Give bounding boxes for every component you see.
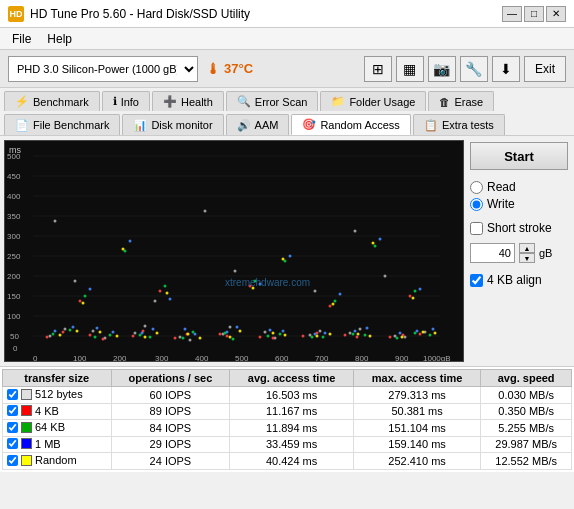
row-label-cell: 512 bytes	[3, 387, 112, 404]
close-button[interactable]: ✕	[546, 6, 566, 22]
tab-folder-usage[interactable]: 📁 Folder Usage	[320, 91, 426, 111]
chart-svg: ms 500 450 400 350 300 250 200 150 100 5…	[4, 140, 464, 362]
align-label[interactable]: 4 KB align	[470, 273, 568, 287]
stroke-up-button[interactable]: ▲	[519, 243, 535, 253]
svg-point-119	[169, 298, 172, 301]
title-bar: HD HD Tune Pro 5.60 - Hard Disk/SSD Util…	[0, 0, 574, 28]
svg-text:800: 800	[355, 354, 369, 362]
svg-point-146	[166, 292, 169, 295]
start-button[interactable]: Start	[470, 142, 568, 170]
svg-point-113	[236, 326, 239, 329]
svg-point-118	[89, 288, 92, 291]
table-header-row: transfer size operations / sec avg. acce…	[3, 370, 572, 387]
icon-btn-4[interactable]: 🔧	[460, 56, 488, 82]
svg-point-143	[369, 335, 372, 338]
svg-point-124	[289, 255, 292, 258]
svg-point-71	[409, 295, 412, 298]
svg-point-114	[282, 330, 285, 333]
svg-text:0: 0	[13, 344, 18, 353]
svg-point-136	[76, 330, 79, 333]
tab-benchmark[interactable]: ⚡ Benchmark	[4, 91, 100, 111]
menu-help[interactable]: Help	[39, 30, 80, 48]
file-benchmark-icon: 📄	[15, 119, 29, 132]
app-icon: HD	[8, 6, 24, 22]
svg-point-78	[311, 336, 314, 339]
tab-info[interactable]: ℹ Info	[102, 91, 150, 111]
tab-erase[interactable]: 🗑 Erase	[428, 91, 494, 111]
short-stroke-label[interactable]: Short stroke	[470, 221, 568, 235]
random-access-icon: 🎯	[302, 118, 316, 131]
row-avg: 33.459 ms	[230, 436, 354, 453]
tab-erase-label: Erase	[454, 96, 483, 108]
svg-point-35	[229, 326, 232, 329]
svg-point-68	[159, 290, 162, 293]
stroke-down-button[interactable]: ▼	[519, 253, 535, 263]
icon-btn-3[interactable]: 📷	[428, 56, 456, 82]
exit-button[interactable]: Exit	[524, 56, 566, 82]
icon-btn-2[interactable]: ▦	[396, 56, 424, 82]
tab-random-access[interactable]: 🎯 Random Access	[291, 114, 410, 135]
tab-disk-monitor[interactable]: 📊 Disk monitor	[122, 114, 223, 135]
tab-error-scan[interactable]: 🔍 Error Scan	[226, 91, 319, 111]
tab-health[interactable]: ➕ Health	[152, 91, 224, 111]
svg-point-26	[264, 331, 267, 334]
svg-point-51	[174, 337, 177, 340]
svg-point-79	[352, 333, 355, 336]
svg-text:200: 200	[7, 272, 21, 281]
svg-point-67	[79, 300, 82, 303]
svg-point-125	[379, 238, 382, 241]
row-max: 50.381 ms	[353, 403, 480, 420]
write-radio-label[interactable]: Write	[470, 197, 568, 211]
svg-point-129	[187, 333, 190, 336]
align-checkbox[interactable]	[470, 274, 483, 287]
svg-point-89	[364, 334, 367, 337]
svg-point-49	[89, 334, 92, 337]
maximize-button[interactable]: □	[524, 6, 544, 22]
svg-point-88	[322, 336, 325, 339]
tab-aam[interactable]: 🔊 AAM	[226, 114, 290, 135]
read-radio-label[interactable]: Read	[470, 180, 568, 194]
svg-point-148	[332, 303, 335, 306]
short-stroke-checkbox[interactable]	[470, 222, 483, 235]
row-ops: 29 IOPS	[111, 436, 230, 453]
menu-file[interactable]: File	[4, 30, 39, 48]
svg-point-95	[414, 290, 417, 293]
svg-point-52	[219, 333, 222, 336]
row-checkbox-2[interactable]	[7, 422, 18, 433]
icon-btn-5[interactable]: ⬇	[492, 56, 520, 82]
stroke-value-input[interactable]	[470, 243, 515, 263]
svg-point-109	[72, 326, 75, 329]
tab-row-1: ⚡ Benchmark ℹ Info ➕ Health 🔍 Error Scan…	[0, 88, 574, 111]
row-ops: 89 IOPS	[111, 403, 230, 420]
icon-btn-1[interactable]: ⊞	[364, 56, 392, 82]
svg-point-128	[144, 336, 147, 339]
svg-point-24	[179, 336, 182, 339]
title-bar-left: HD HD Tune Pro 5.60 - Hard Disk/SSD Util…	[8, 6, 250, 22]
svg-point-137	[116, 335, 119, 338]
row-checkbox-3[interactable]	[7, 438, 18, 449]
write-radio[interactable]	[470, 198, 483, 211]
row-checkbox-4[interactable]	[7, 455, 18, 466]
svg-text:400: 400	[7, 192, 21, 201]
row-checkbox-1[interactable]	[7, 405, 18, 416]
svg-point-37	[319, 330, 322, 333]
table-row: Random 24 IOPS40.424 ms252.410 ms12.552 …	[3, 453, 572, 470]
align-text: 4 KB align	[487, 273, 542, 287]
tab-extra-tests[interactable]: 📋 Extra tests	[413, 114, 505, 135]
svg-point-99	[54, 330, 57, 333]
row-max: 279.313 ms	[353, 387, 480, 404]
row-avg: 11.167 ms	[230, 403, 354, 420]
tab-file-benchmark[interactable]: 📄 File Benchmark	[4, 114, 120, 135]
minimize-button[interactable]: —	[502, 6, 522, 22]
chart-container: ms 500 450 400 350 300 250 200 150 100 5…	[4, 140, 464, 362]
svg-point-41	[154, 300, 157, 303]
svg-point-110	[112, 331, 115, 334]
stroke-spin-buttons: ▲ ▼	[519, 243, 535, 263]
svg-text:100: 100	[7, 312, 21, 321]
svg-point-98	[374, 245, 377, 248]
right-panel: Start Read Write Short stroke ▲ ▼ gB	[464, 136, 574, 366]
device-select[interactable]: PHD 3.0 Silicon-Power (1000 gB)	[8, 56, 198, 82]
write-label: Write	[487, 197, 515, 211]
read-radio[interactable]	[470, 181, 483, 194]
row-checkbox-0[interactable]	[7, 389, 18, 400]
